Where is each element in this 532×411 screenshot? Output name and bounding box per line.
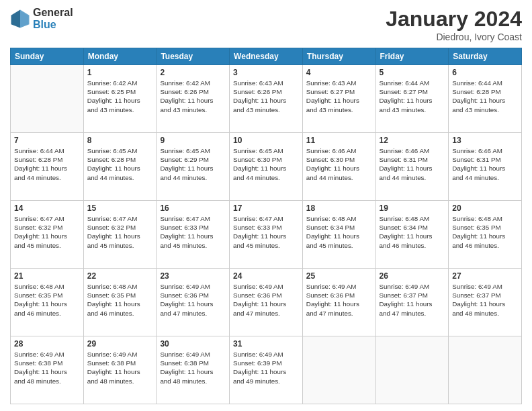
day-number: 6	[452, 68, 518, 77]
day-number: 9	[160, 136, 226, 145]
logo-icon	[10, 9, 30, 29]
title-block: January 2024 Diedrou, Ivory Coast	[386, 7, 522, 42]
calendar-cell-w1d5: 12Sunrise: 6:46 AMSunset: 6:31 PMDayligh…	[375, 133, 449, 201]
calendar-cell-w0d0	[11, 65, 84, 133]
calendar-cell-w4d4	[302, 336, 375, 404]
weekday-header-friday: Friday	[375, 48, 449, 65]
page: General Blue January 2024 Diedrou, Ivory…	[0, 0, 532, 411]
day-number: 13	[452, 136, 518, 145]
svg-marker-2	[11, 9, 21, 28]
cell-details: Sunrise: 6:49 AMSunset: 6:37 PMDaylight:…	[380, 282, 445, 318]
logo-general: General	[33, 7, 73, 19]
day-number: 16	[160, 203, 226, 213]
cell-details: Sunrise: 6:49 AMSunset: 6:37 PMDaylight:…	[452, 282, 518, 318]
cell-details: Sunrise: 6:47 AMSunset: 6:33 PMDaylight:…	[160, 214, 226, 250]
day-number: 24	[233, 271, 299, 281]
logo: General Blue	[10, 7, 73, 30]
cell-details: Sunrise: 6:44 AMSunset: 6:27 PMDaylight:…	[380, 79, 445, 114]
cell-details: Sunrise: 6:48 AMSunset: 6:35 PMDaylight:…	[14, 282, 80, 318]
day-number: 4	[306, 68, 372, 77]
cell-details: Sunrise: 6:48 AMSunset: 6:35 PMDaylight:…	[452, 214, 518, 250]
day-number: 29	[87, 339, 153, 349]
cell-details: Sunrise: 6:43 AMSunset: 6:27 PMDaylight:…	[306, 79, 372, 114]
cell-details: Sunrise: 6:47 AMSunset: 6:32 PMDaylight:…	[14, 214, 80, 250]
calendar-cell-w2d3: 17Sunrise: 6:47 AMSunset: 6:33 PMDayligh…	[230, 201, 303, 269]
day-number: 3	[233, 68, 299, 77]
day-number: 2	[160, 68, 226, 77]
weekday-header-wednesday: Wednesday	[230, 48, 303, 65]
day-number: 23	[160, 271, 226, 281]
day-number: 31	[233, 339, 299, 349]
cell-details: Sunrise: 6:49 AMSunset: 6:36 PMDaylight:…	[306, 282, 372, 318]
calendar-cell-w4d2: 30Sunrise: 6:49 AMSunset: 6:38 PMDayligh…	[157, 336, 230, 404]
cell-details: Sunrise: 6:46 AMSunset: 6:30 PMDaylight:…	[306, 146, 372, 182]
calendar-cell-w3d1: 22Sunrise: 6:48 AMSunset: 6:35 PMDayligh…	[83, 269, 157, 336]
calendar-table: SundayMondayTuesdayWednesdayThursdayFrid…	[10, 48, 522, 404]
main-title: January 2024	[386, 7, 522, 32]
weekday-header-monday: Monday	[83, 48, 157, 65]
cell-details: Sunrise: 6:46 AMSunset: 6:31 PMDaylight:…	[452, 146, 518, 182]
day-number: 11	[306, 136, 372, 145]
cell-details: Sunrise: 6:49 AMSunset: 6:38 PMDaylight:…	[87, 350, 153, 385]
calendar-cell-w0d6: 6Sunrise: 6:44 AMSunset: 6:28 PMDaylight…	[449, 65, 522, 133]
calendar-cell-w1d2: 9Sunrise: 6:45 AMSunset: 6:29 PMDaylight…	[157, 133, 230, 201]
calendar-cell-w3d4: 25Sunrise: 6:49 AMSunset: 6:36 PMDayligh…	[302, 269, 375, 336]
calendar-cell-w0d2: 2Sunrise: 6:42 AMSunset: 6:26 PMDaylight…	[157, 65, 230, 133]
calendar-cell-w4d0: 28Sunrise: 6:49 AMSunset: 6:38 PMDayligh…	[11, 336, 84, 404]
calendar-cell-w3d3: 24Sunrise: 6:49 AMSunset: 6:36 PMDayligh…	[230, 269, 303, 336]
calendar-cell-w0d4: 4Sunrise: 6:43 AMSunset: 6:27 PMDaylight…	[302, 65, 375, 133]
calendar-cell-w3d6: 27Sunrise: 6:49 AMSunset: 6:37 PMDayligh…	[449, 269, 522, 336]
calendar-cell-w3d5: 26Sunrise: 6:49 AMSunset: 6:37 PMDayligh…	[375, 269, 449, 336]
day-number: 8	[87, 136, 153, 145]
calendar-cell-w4d6	[449, 336, 522, 404]
weekday-header-saturday: Saturday	[449, 48, 522, 65]
day-number: 18	[306, 203, 372, 213]
cell-details: Sunrise: 6:43 AMSunset: 6:26 PMDaylight:…	[233, 79, 299, 114]
cell-details: Sunrise: 6:49 AMSunset: 6:36 PMDaylight:…	[160, 282, 226, 318]
cell-details: Sunrise: 6:48 AMSunset: 6:34 PMDaylight:…	[380, 214, 445, 250]
calendar-cell-w0d3: 3Sunrise: 6:43 AMSunset: 6:26 PMDaylight…	[230, 65, 303, 133]
day-number: 7	[14, 136, 80, 145]
calendar-cell-w2d0: 14Sunrise: 6:47 AMSunset: 6:32 PMDayligh…	[11, 201, 84, 269]
day-number: 15	[87, 203, 153, 213]
calendar-cell-w0d1: 1Sunrise: 6:42 AMSunset: 6:25 PMDaylight…	[83, 65, 157, 133]
cell-details: Sunrise: 6:44 AMSunset: 6:28 PMDaylight:…	[14, 146, 80, 182]
cell-details: Sunrise: 6:48 AMSunset: 6:35 PMDaylight:…	[87, 282, 153, 318]
calendar-cell-w1d6: 13Sunrise: 6:46 AMSunset: 6:31 PMDayligh…	[449, 133, 522, 201]
calendar-cell-w0d5: 5Sunrise: 6:44 AMSunset: 6:27 PMDaylight…	[375, 65, 449, 133]
day-number: 28	[14, 339, 80, 349]
cell-details: Sunrise: 6:46 AMSunset: 6:31 PMDaylight:…	[380, 146, 445, 182]
day-number: 17	[233, 203, 299, 213]
day-number: 26	[380, 271, 445, 281]
weekday-header-thursday: Thursday	[302, 48, 375, 65]
day-number: 25	[306, 271, 372, 281]
calendar-cell-w2d6: 20Sunrise: 6:48 AMSunset: 6:35 PMDayligh…	[449, 201, 522, 269]
cell-details: Sunrise: 6:47 AMSunset: 6:32 PMDaylight:…	[87, 214, 153, 250]
logo-text: General Blue	[33, 7, 73, 30]
day-number: 12	[380, 136, 445, 145]
calendar-cell-w3d2: 23Sunrise: 6:49 AMSunset: 6:36 PMDayligh…	[157, 269, 230, 336]
cell-details: Sunrise: 6:44 AMSunset: 6:28 PMDaylight:…	[452, 79, 518, 114]
cell-details: Sunrise: 6:49 AMSunset: 6:36 PMDaylight:…	[233, 282, 299, 318]
calendar-cell-w1d3: 10Sunrise: 6:45 AMSunset: 6:30 PMDayligh…	[230, 133, 303, 201]
calendar-cell-w1d0: 7Sunrise: 6:44 AMSunset: 6:28 PMDaylight…	[11, 133, 84, 201]
day-number: 22	[87, 271, 153, 281]
cell-details: Sunrise: 6:42 AMSunset: 6:26 PMDaylight:…	[160, 79, 226, 114]
cell-details: Sunrise: 6:49 AMSunset: 6:39 PMDaylight:…	[233, 350, 299, 385]
cell-details: Sunrise: 6:47 AMSunset: 6:33 PMDaylight:…	[233, 214, 299, 250]
subtitle: Diedrou, Ivory Coast	[386, 32, 522, 42]
calendar-cell-w2d1: 15Sunrise: 6:47 AMSunset: 6:32 PMDayligh…	[83, 201, 157, 269]
day-number: 19	[380, 203, 445, 213]
calendar-cell-w4d3: 31Sunrise: 6:49 AMSunset: 6:39 PMDayligh…	[230, 336, 303, 404]
calendar-cell-w2d5: 19Sunrise: 6:48 AMSunset: 6:34 PMDayligh…	[375, 201, 449, 269]
day-number: 20	[452, 203, 518, 213]
calendar-cell-w4d5	[375, 336, 449, 404]
calendar-cell-w1d4: 11Sunrise: 6:46 AMSunset: 6:30 PMDayligh…	[302, 133, 375, 201]
calendar-cell-w2d2: 16Sunrise: 6:47 AMSunset: 6:33 PMDayligh…	[157, 201, 230, 269]
cell-details: Sunrise: 6:45 AMSunset: 6:29 PMDaylight:…	[160, 146, 226, 182]
day-number: 14	[14, 203, 80, 213]
weekday-header-tuesday: Tuesday	[157, 48, 230, 65]
svg-marker-1	[20, 9, 30, 28]
day-number: 5	[380, 68, 445, 77]
header: General Blue January 2024 Diedrou, Ivory…	[10, 7, 522, 42]
